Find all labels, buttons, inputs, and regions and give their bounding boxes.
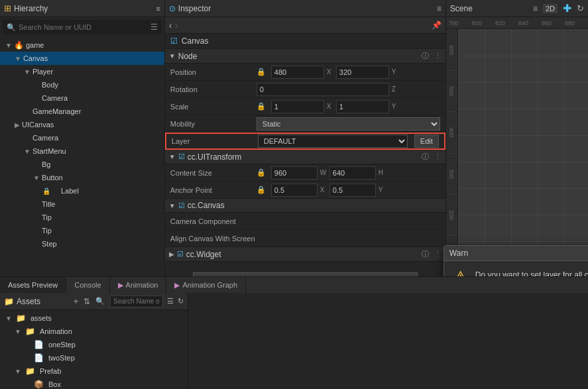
asset-item-box[interactable]: 📦Box [0, 378, 188, 389]
cc-widget-info[interactable]: ⓘ [422, 249, 429, 259]
content-size-h-input[interactable] [329, 166, 376, 180]
tab-console[interactable]: Console [66, 277, 109, 293]
assets-list-icon[interactable]: ☰ [167, 297, 174, 306]
rotation-z-input[interactable] [257, 83, 389, 96]
asset-item-assets[interactable]: ▼📁assets [0, 311, 188, 325]
cc-canvas-check[interactable]: ☑ [178, 201, 185, 210]
node-more-icon[interactable]: ⋮ [434, 52, 441, 60]
hierarchy-item-camera1[interactable]: Camera [0, 91, 164, 105]
anchor-y-label: Y [379, 186, 385, 194]
canvas-check-icon[interactable]: ☑ [170, 36, 178, 46]
bottom-area: Assets Preview Console ▶ Animation ▶ Ani… [0, 276, 588, 389]
cc-canvas-arrow[interactable]: ▼ [169, 202, 176, 209]
scene-2d-button[interactable]: 2D [543, 4, 558, 13]
scene-canvas[interactable]: 1000 [458, 29, 588, 276]
inspector-menu-icon[interactable]: ≡ [437, 4, 441, 13]
position-y-input[interactable] [336, 66, 389, 79]
tree-arrow[interactable]: ▼ [24, 148, 30, 155]
back-icon[interactable]: ‹ [169, 20, 172, 30]
hierarchy-item-label[interactable]: 🔒Label [0, 184, 164, 197]
scene-compass-icon[interactable]: ✚ [563, 2, 571, 15]
cc-uitransform-arrow[interactable]: ▼ [169, 153, 176, 160]
hierarchy-item-body[interactable]: Body [0, 78, 164, 91]
tree-arrow[interactable]: ▼ [24, 68, 30, 76]
cc-widget-check[interactable]: ☑ [177, 250, 184, 258]
scale-lock-icon[interactable]: 🔒 [257, 102, 266, 111]
inspector-breadcrumb: ‹ › 📌 [165, 17, 445, 34]
hierarchy-item-bg[interactable]: Bg [0, 158, 164, 171]
asset-item-animation[interactable]: ▼📁Animation [0, 325, 188, 338]
ruler-h-tick-840: 840 [518, 20, 528, 27]
tree-arrow[interactable]: ▼ [15, 55, 21, 62]
script-icon: 📄 [34, 340, 44, 349]
node-info-icon[interactable]: ⓘ [422, 51, 429, 61]
scale-label: Scale [170, 103, 257, 111]
anchor-lock-icon[interactable]: 🔒 [257, 186, 266, 194]
anchor-y-input[interactable] [329, 184, 376, 197]
position-row: Position 🔒 X Y [165, 64, 445, 81]
camera-component-row: Camera Component [165, 213, 445, 230]
rotation-row: Rotation Z [165, 81, 445, 98]
position-label: Position [170, 68, 257, 76]
position-lock-icon[interactable]: 🔒 [257, 68, 266, 76]
assets-add-icon[interactable]: + [74, 297, 78, 306]
cc-uitransform-check[interactable]: ☑ [178, 152, 185, 161]
hierarchy-item-button[interactable]: ▼Button [0, 171, 164, 184]
cc-widget-more[interactable]: ⋮ [434, 250, 441, 258]
hierarchy-item-tip1[interactable]: Tip [0, 211, 164, 224]
forward-icon[interactable]: › [175, 20, 178, 30]
anchor-point-value: 🔒 X Y [257, 184, 440, 197]
hierarchy-panel: ⊞ Hierarchy ≡ 🔍 ☰ ▼🔥game▼Canvas▼PlayerBo… [0, 0, 165, 276]
hierarchy-item-tip2[interactable]: Tip [0, 224, 164, 237]
hierarchy-item-game[interactable]: ▼🔥game [0, 38, 164, 52]
anchor-x-input[interactable] [271, 184, 318, 197]
cc-widget-arrow[interactable]: ▶ [169, 250, 174, 258]
tab-animation-graph[interactable]: ▶ Animation Graph [166, 277, 246, 293]
hierarchy-item-uicanvas[interactable]: ▶UICanvas [0, 118, 164, 131]
asset-item-onestep[interactable]: 📄oneStep [0, 338, 188, 351]
tree-arrow[interactable]: ▼ [33, 174, 40, 182]
warn-message: Do you want to set layer for all child o… [475, 269, 588, 276]
scale-y-input[interactable] [336, 100, 389, 113]
layer-edit-button[interactable]: Edit [414, 135, 439, 148]
hierarchy-item-player[interactable]: ▼Player [0, 65, 164, 78]
bottom-right-area [188, 293, 588, 389]
scene-title: Scene [450, 4, 473, 13]
cc-uitransform-info[interactable]: ⓘ [422, 152, 429, 162]
assets-grid-icon[interactable]: ↻ [178, 297, 184, 306]
pin-icon[interactable]: 📌 [432, 21, 441, 30]
cc-uitransform-more[interactable]: ⋮ [434, 152, 441, 161]
hierarchy-item-title[interactable]: Title [0, 197, 164, 211]
asset-arrow[interactable]: ▼ [5, 315, 12, 322]
hierarchy-list-icon[interactable]: ☰ [150, 23, 158, 32]
scene-refresh-icon[interactable]: ↻ [577, 3, 584, 13]
hierarchy-item-camera2[interactable]: Camera [0, 131, 164, 144]
tree-arrow[interactable]: ▼ [5, 42, 12, 49]
tree-arrow[interactable]: ▶ [15, 121, 20, 129]
asset-arrow[interactable]: ▼ [15, 328, 21, 335]
asset-item-prefab[interactable]: ▼📁Prefab [0, 364, 188, 378]
hierarchy-search-input[interactable] [19, 23, 148, 31]
rotation-value: Z [257, 83, 440, 96]
content-size-w-input[interactable] [271, 166, 318, 180]
hierarchy-item-step[interactable]: Step [0, 237, 164, 250]
hierarchy-item-startmenu[interactable]: ▼StartMenu [0, 144, 164, 158]
hierarchy-menu-icon[interactable]: ≡ [156, 5, 160, 13]
node-arrow-icon[interactable]: ▼ [169, 52, 176, 60]
add-component-button[interactable]: Add Component [193, 272, 417, 276]
tab-animation[interactable]: ▶ Animation [110, 277, 167, 293]
tab-assets-preview[interactable]: Assets Preview [0, 277, 66, 293]
assets-search-icon-btn[interactable]: 🔍 [95, 297, 105, 306]
layer-select[interactable]: DEFAULT [258, 135, 408, 148]
content-size-lock-icon[interactable]: 🔒 [257, 168, 266, 177]
hierarchy-item-gamemanager[interactable]: GameManager [0, 105, 164, 118]
asset-arrow[interactable]: ▼ [15, 368, 21, 375]
scene-menu-icon[interactable]: ≡ [533, 4, 538, 13]
scale-x-input[interactable] [271, 100, 324, 113]
hierarchy-item-canvas[interactable]: ▼Canvas [0, 52, 164, 65]
mobility-select[interactable]: Static Dynamic [257, 117, 440, 131]
assets-search-input[interactable] [110, 296, 163, 307]
assets-sort-icon[interactable]: ⇅ [84, 297, 90, 306]
position-x-input[interactable] [271, 66, 324, 79]
asset-item-twostep[interactable]: 📄twoStep [0, 351, 188, 364]
